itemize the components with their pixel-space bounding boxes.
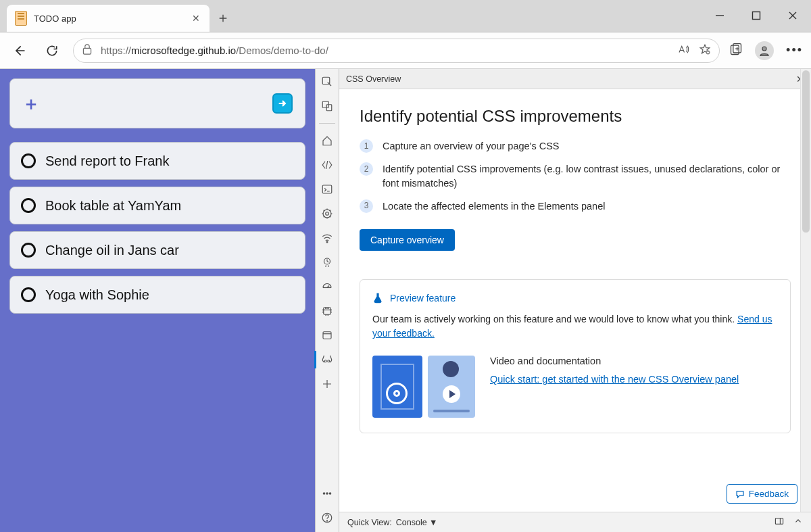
panel-title: CSS Overview <box>346 74 401 84</box>
feedback-button[interactable]: Feedback <box>727 484 797 504</box>
quickview-bar: Quick View: Console ▼ <box>339 512 811 532</box>
more-icon[interactable] <box>318 485 336 502</box>
panel-heading: Identify potential CSS improvements <box>360 107 791 126</box>
welcome-tab-icon[interactable] <box>318 132 336 149</box>
console-tab-icon[interactable] <box>318 180 336 198</box>
media-thumbnails <box>372 356 475 418</box>
svg-point-19 <box>326 493 328 494</box>
tab-favicon-icon <box>15 11 27 26</box>
menu-button[interactable]: ••• <box>786 43 803 57</box>
step-text: Capture an overview of your page's CSS <box>383 139 560 153</box>
svg-point-17 <box>328 360 330 362</box>
todo-item[interactable]: Yoga with Sophie <box>9 276 305 314</box>
svg-rect-15 <box>323 332 331 339</box>
address-bar[interactable]: https://microsoftedge.github.io/Demos/de… <box>73 39 720 63</box>
todo-text: Change oil in Jans car <box>45 243 179 258</box>
back-button[interactable] <box>8 39 31 62</box>
browser-toolbar: https://microsoftedge.github.io/Demos/de… <box>0 32 811 69</box>
capture-overview-button[interactable]: Capture overview <box>360 229 455 251</box>
todo-item[interactable]: Change oil in Jans car <box>9 231 305 269</box>
add-todo-card[interactable]: ＋ <box>9 78 305 128</box>
network-tab-icon[interactable] <box>318 229 336 247</box>
svg-point-22 <box>326 521 327 521</box>
step-item: 2Identify potential CSS improvements (e.… <box>360 162 791 190</box>
favorite-icon[interactable] <box>699 43 711 58</box>
svg-point-11 <box>326 212 329 216</box>
step-text: Locate the affected elements in the Elem… <box>383 199 605 213</box>
todo-checkbox-icon[interactable] <box>21 198 36 213</box>
flask-icon <box>372 292 383 304</box>
sources-tab-icon[interactable] <box>318 205 336 222</box>
steps-list: 1Capture an overview of your page's CSS … <box>360 139 791 213</box>
lock-icon <box>82 43 93 58</box>
todo-list: Send report to Frank Book table at YamYa… <box>9 142 305 314</box>
svg-point-16 <box>324 360 326 362</box>
svg-point-5 <box>762 47 766 51</box>
svg-point-18 <box>323 493 324 494</box>
svg-rect-0 <box>753 12 760 20</box>
performance-tab-icon[interactable] <box>318 253 336 271</box>
url-text: https://microsoftedge.github.io/Demos/de… <box>101 45 328 56</box>
step-number: 1 <box>360 139 373 153</box>
svg-point-20 <box>329 493 330 494</box>
application-tab-icon[interactable] <box>318 302 336 320</box>
dock-icon[interactable] <box>775 516 784 528</box>
expand-icon[interactable] <box>793 516 803 528</box>
collections-icon[interactable] <box>729 43 743 59</box>
preview-title: Preview feature <box>390 293 456 304</box>
step-item: 3Locate the affected elements in the Ele… <box>360 199 791 213</box>
browser-tab[interactable]: TODO app ✕ <box>7 5 210 32</box>
svg-rect-23 <box>775 518 783 524</box>
todo-checkbox-icon[interactable] <box>21 153 36 168</box>
plus-icon: ＋ <box>22 92 40 116</box>
new-tab-button[interactable] <box>210 5 237 32</box>
quickview-label: Quick View: <box>347 518 392 527</box>
window-controls <box>702 0 811 32</box>
step-number: 2 <box>360 162 373 176</box>
quickstart-link[interactable]: Quick start: get started with the new CS… <box>490 374 739 385</box>
tab-close-icon[interactable]: ✕ <box>192 13 200 24</box>
devtools-activity-bar <box>315 69 339 532</box>
step-text: Identify potential CSS improvements (e.g… <box>383 162 791 190</box>
inspect-icon[interactable] <box>318 73 336 91</box>
tab-title: TODO app <box>34 14 185 24</box>
reload-button[interactable] <box>41 39 64 62</box>
svg-rect-1 <box>83 48 91 54</box>
video-thumbnail-icon <box>428 356 475 418</box>
window-close-button[interactable] <box>775 0 811 32</box>
todo-checkbox-icon[interactable] <box>21 243 36 258</box>
svg-rect-9 <box>322 185 332 193</box>
todo-app: ＋ Send report to Frank Book table at Yam… <box>0 69 315 532</box>
svg-point-12 <box>326 241 328 243</box>
more-tools-icon[interactable] <box>318 375 336 393</box>
todo-checkbox-icon[interactable] <box>21 287 36 302</box>
todo-item[interactable]: Send report to Frank <box>9 142 305 180</box>
window-minimize-button[interactable] <box>702 0 738 32</box>
device-emulation-icon[interactable] <box>318 97 336 115</box>
doc-thumbnail-icon <box>372 356 422 418</box>
read-aloud-icon[interactable] <box>677 43 689 58</box>
step-item: 1Capture an overview of your page's CSS <box>360 139 791 153</box>
submit-todo-button[interactable] <box>272 93 293 114</box>
panel-body: Identify potential CSS improvements 1Cap… <box>339 89 811 512</box>
todo-text: Send report to Frank <box>45 153 169 169</box>
preview-card: Preview feature Our team is actively wor… <box>360 279 791 433</box>
media-row: Video and documentation Quick start: get… <box>372 356 778 418</box>
profile-avatar[interactable] <box>755 41 774 60</box>
todo-text: Yoga with Sophie <box>45 287 149 303</box>
help-icon[interactable] <box>318 509 336 527</box>
quickview-selector[interactable]: Console ▼ <box>396 518 438 527</box>
window-maximize-button[interactable] <box>738 0 775 32</box>
titlebar: TODO app ✕ <box>0 0 811 32</box>
preview-text: Our team is actively working on this fea… <box>372 312 778 341</box>
todo-item[interactable]: Book table at YamYam <box>9 187 305 224</box>
css-overview-tab-icon[interactable] <box>318 351 336 368</box>
elements-tab-icon[interactable] <box>318 156 336 174</box>
memory-tab-icon[interactable] <box>318 278 336 295</box>
panel-header: CSS Overview ✕ <box>339 69 811 89</box>
media-title: Video and documentation <box>490 356 778 366</box>
security-tab-icon[interactable] <box>318 327 336 344</box>
todo-text: Book table at YamYam <box>45 198 181 214</box>
step-number: 3 <box>360 199 373 213</box>
devtools-panel: CSS Overview ✕ Identify potential CSS im… <box>339 69 811 532</box>
